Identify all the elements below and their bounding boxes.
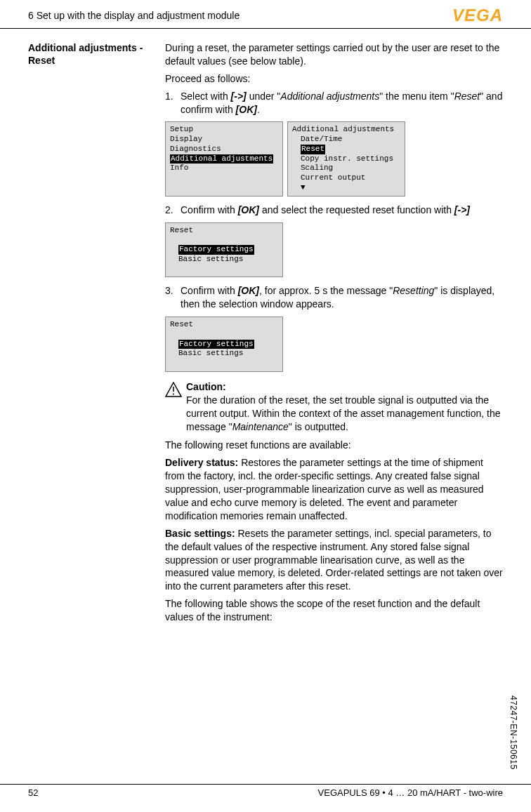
intro-paragraph-1: During a reset, the parameter settings c… [165,41,503,68]
page-number: 52 [28,787,38,798]
selected-item: Reset [301,145,325,154]
intro-paragraph-2: Proceed as follows: [165,72,503,86]
delivery-status-paragraph: Delivery status: Restores the parameter … [165,456,503,522]
screenshot-row-1: Setup Display Diagnostics Additional adj… [165,121,503,196]
page-footer: 52 VEGAPULS 69 • 4 … 20 mA/HART - two-wi… [0,784,531,798]
brand-logo: VEGA [452,6,503,25]
page-content: Additional adjustments - Reset During a … [0,29,531,628]
scroll-down-icon: ▼ [292,183,400,193]
selected-item: Factory settings [178,340,254,350]
lcd-reset-menu: Reset Factory settings Basic settings [165,222,283,278]
functions-intro: The following reset functions are availa… [165,439,503,452]
selected-item: Factory settings [178,245,254,255]
basic-settings-label: Basic settings: [165,528,235,539]
step-1: 1. Select with [->] under "Additional ad… [165,90,503,117]
lcd-menu-additional: Additional adjustments Date/Time Reset C… [287,121,405,196]
document-id-vertical: 47247-EN-150615 [509,695,518,770]
step-list: 2. Confirm with [OK] and select the requ… [165,204,503,217]
step-2: 2. Confirm with [OK] and select the requ… [165,204,503,217]
lcd-menu-main: Setup Display Diagnostics Additional adj… [165,121,283,196]
step-list: 1. Select with [->] under "Additional ad… [165,90,503,117]
screenshot-row-3: Reset Factory settings Basic settings [165,317,503,372]
screenshot-row-2: Reset Factory settings Basic settings [165,222,503,278]
lcd-reset-confirm: Reset Factory settings Basic settings [165,317,283,372]
key-arrow: [->] [454,204,470,215]
step-number: 1. [165,90,181,117]
caution-block: Caution: For the duration of the reset, … [165,380,503,434]
selected-item: Additional adjustments [170,154,273,164]
sidebar-heading: Additional adjustments - Reset [28,41,165,67]
delivery-status-label: Delivery status: [165,457,238,468]
step-text: Confirm with [OK], for approx. 5 s the m… [181,284,503,311]
step-3: 3. Confirm with [OK], for approx. 5 s th… [165,284,503,311]
product-line: VEGAPULS 69 • 4 … 20 mA/HART - two-wire [318,787,503,798]
caution-body: Caution: For the duration of the reset, … [186,380,503,434]
page-header: 6 Set up with the display and adjustment… [0,0,531,29]
chapter-title: 6 Set up with the display and adjustment… [28,10,240,21]
key-ok: [OK] [238,204,259,215]
step-number: 2. [165,204,181,217]
step-text: Select with [->] under "Additional adjus… [181,90,503,117]
step-number: 3. [165,284,181,311]
basic-settings-paragraph: Basic settings: Resets the parameter set… [165,527,503,593]
sidebar: Additional adjustments - Reset [28,41,165,628]
logo-text: VEGA [452,6,503,25]
step-text: Confirm with [OK] and select the request… [181,204,503,217]
svg-point-2 [173,393,174,394]
key-arrow: [->] [231,91,247,102]
key-ok: [OK] [236,104,257,115]
key-ok: [OK] [238,285,259,296]
main-column: During a reset, the parameter settings c… [165,41,503,628]
caution-label: Caution: [186,381,226,392]
step-list: 3. Confirm with [OK], for approx. 5 s th… [165,284,503,311]
table-intro: The following table shows the scope of t… [165,597,503,624]
caution-icon [165,380,186,434]
